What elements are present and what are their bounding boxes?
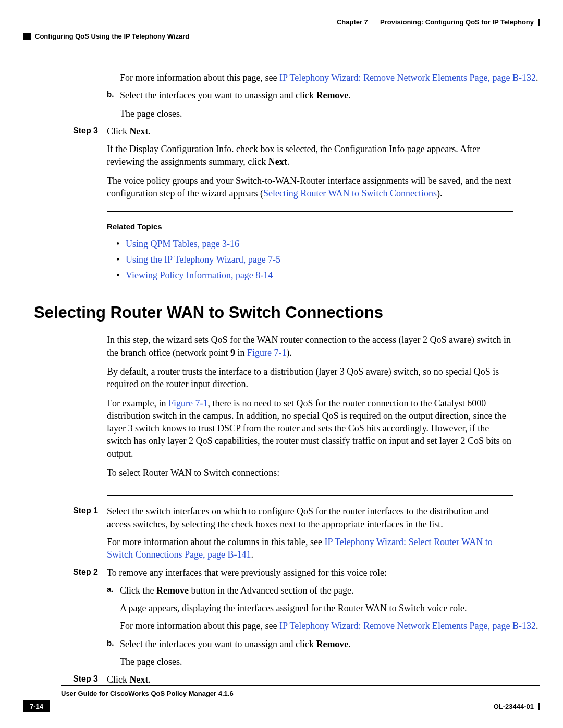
step-2: Step 2 To remove any interfaces that wer… — [23, 566, 540, 579]
related-topic-item: • Viewing Policy Information, page 8-14 — [116, 269, 540, 281]
page-number: 7-14 — [23, 700, 50, 712]
body-text: To select Router WAN to Switch connectio… — [107, 466, 513, 479]
doc-id: OL-23444-01 — [494, 702, 534, 710]
substep-b: b. Select the interfaces you want to una… — [107, 638, 513, 650]
substep-label: a. — [107, 584, 120, 597]
step-label: Step 3 — [23, 673, 107, 686]
horizontal-rule-icon — [107, 211, 513, 212]
step-label: Step 2 — [23, 566, 107, 579]
header-rule-icon — [538, 19, 540, 26]
bullet-icon: • — [116, 269, 126, 281]
bullet-icon: • — [116, 238, 126, 250]
body-text: For more information about the columns i… — [107, 536, 513, 561]
link-using-telephony-wizard[interactable]: Using the IP Telephony Wizard, page 7-5 — [126, 253, 280, 266]
body-text: For more information about this page, se… — [120, 620, 540, 632]
related-topic-item: • Using the IP Telephony Wizard, page 7-… — [116, 253, 540, 266]
body-text: For more information about this page, se… — [120, 71, 540, 84]
body-text: A page appears, displaying the interface… — [120, 602, 540, 614]
link-viewing-policy-info[interactable]: Viewing Policy Information, page 8-14 — [126, 269, 273, 281]
body-text: For example, in Figure 7-1, there is no … — [107, 397, 513, 460]
page-footer: User Guide for CiscoWorks QoS Policy Man… — [23, 685, 540, 712]
body-text: If the Display Configuration Info. check… — [107, 143, 513, 168]
body-text: The page closes. — [120, 656, 540, 668]
book-title: User Guide for CiscoWorks QoS Policy Man… — [61, 685, 540, 697]
substep-label: b. — [107, 89, 120, 102]
section-heading: Selecting Router WAN to Switch Connectio… — [34, 302, 540, 324]
footer-rule-icon — [538, 703, 540, 710]
step-label: Step 1 — [23, 505, 107, 561]
body-text: To remove any interfaces that were previ… — [107, 566, 540, 579]
step-1: Step 1 Select the switch interfaces on w… — [23, 505, 540, 561]
link-remove-elements-p1[interactable]: IP Telephony Wizard: Remove Network Elem… — [279, 72, 536, 83]
related-topic-item: • Using QPM Tables, page 3-16 — [116, 238, 540, 250]
section-title: Configuring QoS Using the IP Telephony W… — [35, 32, 189, 40]
body-text: The page closes. — [120, 107, 540, 120]
running-subheader: Configuring QoS Using the IP Telephony W… — [23, 32, 540, 40]
link-figure-7-1a[interactable]: Figure 7-1 — [247, 348, 287, 358]
step-3-top: Step 3 Click Next. — [23, 125, 540, 138]
body-text: The voice policy groups and your Switch-… — [107, 175, 513, 200]
running-header: Chapter 7 Provisioning: Configuring QoS … — [23, 18, 540, 26]
square-bullet-icon — [23, 33, 31, 40]
step-3: Step 3 Click Next. — [23, 673, 540, 686]
body-text: By default, a router trusts the interfac… — [107, 365, 513, 391]
related-topics-heading: Related Topics — [107, 221, 540, 232]
link-selecting-router-wan[interactable]: Selecting Router WAN to Switch Connectio… — [263, 188, 437, 199]
link-remove-elements-p2[interactable]: IP Telephony Wizard: Remove Network Elem… — [279, 621, 536, 631]
body-text: In this step, the wizard sets QoS for th… — [107, 334, 513, 359]
link-figure-7-1b[interactable]: Figure 7-1 — [168, 398, 208, 409]
chapter-title: Provisioning: Configuring QoS for IP Tel… — [380, 18, 534, 26]
substep-label: b. — [107, 638, 120, 650]
link-using-qpm-tables[interactable]: Using QPM Tables, page 3-16 — [126, 238, 239, 250]
bullet-icon: • — [116, 253, 126, 266]
step-label: Step 3 — [23, 125, 107, 138]
chapter-label: Chapter 7 — [337, 18, 368, 26]
horizontal-rule-icon — [107, 495, 513, 496]
substep-a: a. Click the Remove button in the Advanc… — [107, 584, 513, 597]
substep-b-top: b. Select the interfaces you want to una… — [107, 89, 513, 102]
body-text: Select the switch interfaces on which to… — [107, 505, 513, 530]
